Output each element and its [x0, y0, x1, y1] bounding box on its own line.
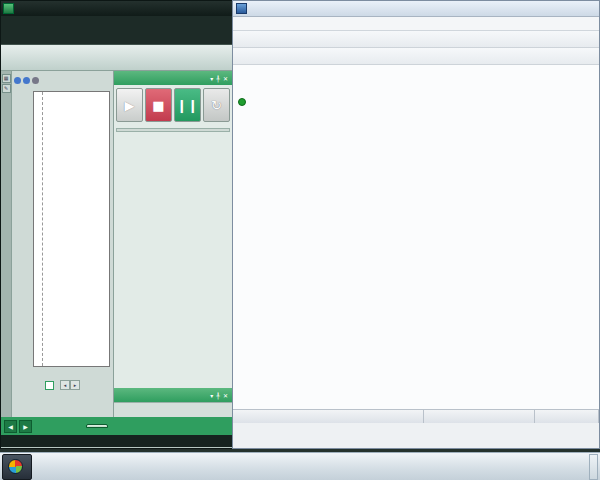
panel-collapse-icon[interactable]: ▾ — [210, 75, 213, 82]
profile-spin-left[interactable]: ◂ — [60, 380, 70, 390]
sweep-plot-header — [12, 71, 113, 89]
vcs-title-bar[interactable] — [1, 1, 232, 16]
test-status-header: ▾╀✕ — [114, 71, 232, 85]
sweep-plot-area — [12, 89, 113, 377]
waveform-chart — [233, 93, 595, 409]
info-pin-icon[interactable]: ╀ — [216, 392, 220, 399]
panel-close-icon[interactable]: ✕ — [223, 75, 228, 82]
test-info-header: ▾╀✕ — [114, 388, 232, 402]
dft-toolbar-main — [233, 31, 599, 48]
show-desktop-button[interactable] — [589, 454, 598, 480]
sweep-plot-panel: ◂▸ — [12, 71, 114, 417]
transport-controls: ▶ ■ ❙❙ ↻ — [114, 85, 232, 125]
info-collapse-icon[interactable]: ▾ — [210, 392, 213, 399]
dock-chart-icon[interactable]: ▦ — [2, 74, 11, 83]
restart-test-button[interactable]: ↻ — [203, 88, 230, 122]
profile-checkbox[interactable] — [45, 381, 54, 390]
vcs-app-icon — [3, 3, 14, 14]
vcs-window: ▦ ✎ — [0, 0, 233, 449]
vcs-status-bar — [1, 435, 232, 447]
plot-gray-dot-icon[interactable] — [32, 77, 39, 84]
stop-test-button[interactable]: ■ — [145, 88, 172, 122]
window-tab-bar: ◀ ▶ — [1, 417, 232, 435]
dft-menubar — [233, 17, 599, 31]
measurement-fields — [114, 125, 232, 127]
dft-status-bar — [233, 409, 599, 423]
pause-test-button[interactable]: ❙❙ — [174, 88, 201, 122]
tab-scroll-left-button[interactable]: ◀ — [4, 420, 17, 433]
sweep-plot-canvas — [33, 91, 110, 367]
windows-orb-icon — [8, 459, 23, 474]
spectrum-window-tab[interactable] — [86, 424, 108, 428]
start-button[interactable] — [2, 454, 32, 480]
vcs-menubar-row1 — [1, 16, 232, 30]
schedule-running-note — [116, 128, 230, 132]
profile-row: ◂▸ — [12, 380, 113, 390]
frequency-cursor-line — [42, 92, 43, 366]
vcs-menubar-row2 — [1, 30, 232, 44]
dft-title-bar[interactable] — [233, 1, 599, 17]
vcs-toolbar — [1, 44, 232, 71]
plot-blue-dot2-icon[interactable] — [23, 77, 30, 84]
info-close-icon[interactable]: ✕ — [223, 392, 228, 399]
start-test-button[interactable]: ▶ — [116, 88, 143, 122]
info-tab-strip — [114, 402, 232, 417]
dft6000-window — [232, 0, 600, 449]
profile-spin-right[interactable]: ▸ — [70, 380, 80, 390]
dock-edit-icon[interactable]: ✎ — [2, 84, 11, 93]
desktop: ▦ ✎ — [0, 0, 600, 480]
vcs-left-dock-strip: ▦ ✎ — [1, 71, 12, 417]
tab-scroll-right-button[interactable]: ▶ — [19, 420, 32, 433]
dft-document-area — [233, 65, 599, 423]
taskbar — [0, 452, 600, 480]
vcs-main-area: ▦ ✎ — [1, 71, 232, 417]
dft-toolbar-analysis — [233, 48, 599, 65]
system-tray — [575, 454, 598, 480]
dft-app-icon — [236, 3, 247, 14]
plot-blue-dot-icon[interactable] — [14, 77, 21, 84]
test-status-panel: ▾╀✕ ▶ ■ ❙❙ ↻ ▾╀✕ — [114, 71, 232, 417]
panel-pin-icon[interactable]: ╀ — [216, 75, 220, 82]
